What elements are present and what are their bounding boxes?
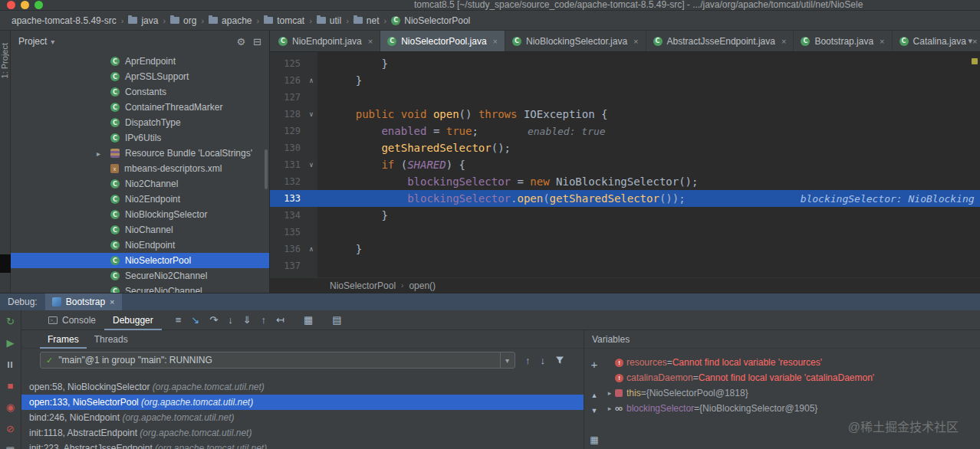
variable-row[interactable]: !resources = Cannot find local variable … xyxy=(584,355,980,370)
debug-session-tab[interactable]: Bootstrap × xyxy=(45,293,122,310)
project-tree-item[interactable]: xmbeans-descriptors.xml xyxy=(11,161,269,176)
layout-menu-icon[interactable]: ≡ xyxy=(176,314,182,326)
breadcrumb-item[interactable]: apache xyxy=(206,14,254,28)
project-tree-item[interactable]: CNioSelectorPool xyxy=(11,253,269,268)
project-tree-item[interactable]: CNioEndpoint xyxy=(11,238,269,253)
close-icon[interactable]: × xyxy=(781,37,786,46)
step-out-icon[interactable]: ↑ xyxy=(261,314,267,326)
resume-icon[interactable]: ▶ xyxy=(7,338,15,349)
breadcrumb-method[interactable]: open() xyxy=(409,280,436,291)
breadcrumb-item[interactable]: org xyxy=(168,14,199,28)
mute-breakpoints-icon[interactable]: ⊘ xyxy=(6,424,15,434)
rerun-icon[interactable]: ↻ xyxy=(6,316,15,327)
tab-threads[interactable]: Threads xyxy=(87,330,136,349)
step-over-icon[interactable]: ↷ xyxy=(209,314,218,326)
frame-row[interactable]: bind:246, NioEndpoint (org.apache.tomcat… xyxy=(21,410,584,425)
inspection-indicator[interactable] xyxy=(972,58,978,64)
fold-down-icon[interactable]: ∨ xyxy=(305,106,317,123)
variable-row[interactable]: !catalinaDaemon = Cannot find local vari… xyxy=(584,370,980,385)
project-tree-item[interactable]: CContainerThreadMarker xyxy=(11,100,269,115)
code-line[interactable]: 126∧ } xyxy=(270,72,980,89)
breadcrumb-item[interactable]: tomcat xyxy=(261,14,307,28)
code-line[interactable]: 128∨ public void open() throws IOExcepti… xyxy=(270,106,980,123)
code-line[interactable]: 129 enabled = true;enabled: true xyxy=(270,123,980,139)
frame-row[interactable]: init:1118, AbstractEndpoint (org.apache.… xyxy=(21,425,584,441)
view-breakpoints-icon[interactable]: ◉ xyxy=(6,402,15,413)
frame-row[interactable]: open:133, NioSelectorPool (org.apache.to… xyxy=(21,395,584,410)
chevron-down-icon[interactable]: ▾ xyxy=(51,38,54,46)
close-icon[interactable]: × xyxy=(110,297,114,306)
close-icon[interactable]: × xyxy=(633,37,638,46)
close-icon[interactable]: × xyxy=(972,37,977,46)
code-line[interactable]: 134 } xyxy=(270,207,980,224)
project-tree-item[interactable]: CNioBlockingSelector xyxy=(11,207,269,222)
code-line[interactable]: 131∨ if (SHARED) { xyxy=(270,156,980,173)
fold-up-icon[interactable]: ∧ xyxy=(305,72,317,89)
close-icon[interactable]: × xyxy=(493,37,498,46)
editor-tab[interactable]: CNioSelectorPool.java× xyxy=(380,31,505,51)
force-step-into-icon[interactable]: ⇓ xyxy=(243,314,252,326)
project-tree-item[interactable]: ▸Resource Bundle 'LocalStrings' xyxy=(11,146,269,161)
project-tree-item[interactable]: CNioChannel xyxy=(11,222,269,238)
expand-arrow-icon[interactable]: ▸ xyxy=(97,149,100,158)
tab-debugger[interactable]: Debugger xyxy=(104,310,162,330)
project-tree-item[interactable]: CAprEndpoint xyxy=(11,54,269,69)
show-execution-point-icon[interactable]: ↘ xyxy=(191,314,199,326)
frame-row[interactable]: open:58, NioBlockingSelector (org.apache… xyxy=(21,379,584,395)
code-line[interactable]: 127 xyxy=(270,89,980,106)
breadcrumb-item[interactable]: java xyxy=(126,14,160,28)
fold-up-icon[interactable]: ∧ xyxy=(305,241,317,257)
project-tree-item[interactable]: CSecureNio2Channel xyxy=(11,268,269,283)
frame-row[interactable]: init:223, AbstractJsseEndpoint (org.apac… xyxy=(21,441,584,449)
expand-arrow-icon[interactable]: ▸ xyxy=(604,405,615,412)
editor-tab[interactable]: CAbstractJsseEndpoint.java× xyxy=(646,31,794,51)
tab-frames[interactable]: Frames xyxy=(40,330,87,349)
variable-row[interactable]: ▸ooblockingSelector = {NioBlockingSelect… xyxy=(584,401,980,416)
breadcrumb-class[interactable]: NioSelectorPool xyxy=(330,280,396,291)
scroll-up-icon[interactable]: ▲ xyxy=(584,392,604,399)
step-into-icon[interactable]: ↓ xyxy=(228,314,233,326)
project-tree-item[interactable]: CConstants xyxy=(11,84,269,100)
project-tree-item[interactable]: CAprSSLSupport xyxy=(11,69,269,84)
editor-tab[interactable]: CBootstrap.java× xyxy=(794,31,892,51)
code-line[interactable]: 132 blockingSelector = new NioBlockingSe… xyxy=(270,173,980,190)
project-tool-button[interactable]: 1: Project xyxy=(0,43,11,78)
filter-frames-icon[interactable] xyxy=(555,356,564,365)
variable-row[interactable]: ▸this = {NioSelectorPool@1818} xyxy=(584,385,980,401)
add-watch-icon[interactable]: + xyxy=(584,358,604,371)
project-tree-item[interactable]: CNio2Channel xyxy=(11,176,269,192)
window-zoom-button[interactable] xyxy=(35,1,43,9)
editor-tab[interactable]: CNioEndpoint.java× xyxy=(271,31,380,51)
layout-grid-icon[interactable]: ▤ xyxy=(332,314,341,326)
pause-icon[interactable]: II xyxy=(7,359,13,370)
tab-console[interactable]: >_Console xyxy=(40,310,104,330)
window-minimize-button[interactable] xyxy=(21,1,29,9)
breadcrumb-item[interactable]: apache-tomcat-8.5.49-src xyxy=(9,14,119,28)
close-icon[interactable]: × xyxy=(880,37,884,46)
execution-line[interactable]: 133 blockingSelector.open(getSharedSelec… xyxy=(270,190,980,207)
scroll-down-icon[interactable]: ▼ xyxy=(584,407,604,415)
next-frame-icon[interactable]: ↓ xyxy=(541,355,546,366)
thread-selector-dropdown[interactable]: ✓ "main"@1 in group "main": RUNNING ▾ xyxy=(40,352,515,369)
project-tree-item[interactable]: CIPv6Utils xyxy=(11,130,269,146)
restore-view-icon[interactable]: ▦ xyxy=(584,434,604,445)
stop-icon[interactable]: ■ xyxy=(8,381,14,392)
code-line[interactable]: 130 getSharedSelector(); xyxy=(270,139,980,156)
breadcrumb-item[interactable]: net xyxy=(351,14,382,28)
tab-list-options-icon[interactable]: ▾ xyxy=(968,36,972,46)
project-scrollbar-thumb[interactable] xyxy=(265,149,268,189)
breadcrumb-item[interactable]: util xyxy=(314,14,344,28)
editor-tab[interactable]: CCatalina.java× xyxy=(893,31,980,51)
project-tree-item[interactable]: CNio2Endpoint xyxy=(11,192,269,207)
editor-tab[interactable]: CNioBlockingSelector.java× xyxy=(505,31,646,51)
expand-arrow-icon[interactable]: ▸ xyxy=(604,389,615,397)
view-as-table-icon[interactable]: ▦ xyxy=(304,314,313,326)
code-line[interactable]: 125 } xyxy=(270,55,980,72)
project-tree-item[interactable]: CDispatchType xyxy=(11,115,269,130)
settings-gear-icon[interactable]: ⚙ xyxy=(236,36,245,48)
close-icon[interactable]: × xyxy=(368,37,373,46)
breadcrumb-item[interactable]: CNioSelectorPool xyxy=(389,14,472,28)
window-close-button[interactable] xyxy=(7,1,15,9)
code-line[interactable]: 136∧ } xyxy=(270,241,980,257)
project-tree-item[interactable]: CSecureNioChannel xyxy=(11,283,269,293)
